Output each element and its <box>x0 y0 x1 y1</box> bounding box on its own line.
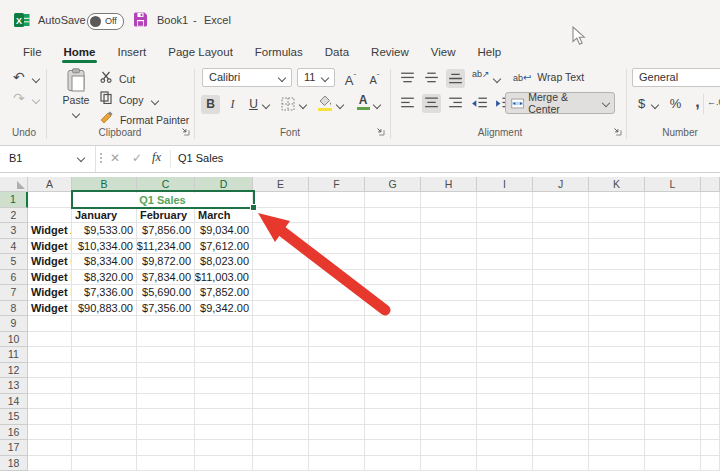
format-painter-button[interactable]: Format Painter <box>100 111 189 126</box>
cell-C4[interactable]: $11,234.00 <box>137 239 195 255</box>
font-color-button[interactable]: A <box>356 94 370 110</box>
cell-J12[interactable] <box>533 363 589 379</box>
align-left-icon[interactable] <box>398 94 417 113</box>
cell-D10[interactable] <box>195 332 253 348</box>
cell-E14[interactable] <box>253 394 309 410</box>
cell-D3[interactable]: $9,034.00 <box>195 223 253 239</box>
number-format-select[interactable]: General <box>632 68 720 87</box>
align-right-icon[interactable] <box>446 94 465 113</box>
cell-C11[interactable] <box>137 347 195 363</box>
cell-E12[interactable] <box>253 363 309 379</box>
cell-F8[interactable] <box>309 301 365 317</box>
cell-L7[interactable] <box>645 285 701 301</box>
cell-B10[interactable] <box>72 332 137 348</box>
cell-G1[interactable] <box>365 192 421 208</box>
cell-C14[interactable] <box>137 394 195 410</box>
cell-A2[interactable] <box>28 208 72 224</box>
cell-D13[interactable] <box>195 378 253 394</box>
tab-home[interactable]: Home <box>53 40 107 64</box>
cell-E18[interactable] <box>253 456 309 472</box>
cell-A6[interactable]: Widget D <box>28 270 72 286</box>
cell-C6[interactable]: $7,834.00 <box>137 270 195 286</box>
cell-E7[interactable] <box>253 285 309 301</box>
tab-data[interactable]: Data <box>314 40 360 64</box>
cell-D14[interactable] <box>195 394 253 410</box>
cut-button[interactable]: Cut <box>100 71 135 85</box>
cell-A15[interactable] <box>28 409 72 425</box>
cell-M1[interactable] <box>701 192 720 208</box>
cell-H1[interactable] <box>421 192 477 208</box>
cell-M9[interactable] <box>701 316 720 332</box>
alignment-dialog-launcher[interactable] <box>613 127 622 136</box>
cell-I2[interactable] <box>477 208 533 224</box>
row-header-11[interactable]: 11 <box>0 347 28 363</box>
cell-G16[interactable] <box>365 425 421 441</box>
redo-icon[interactable]: ↷ <box>13 90 25 106</box>
tab-page-layout[interactable]: Page Layout <box>157 40 244 64</box>
cell-D17[interactable] <box>195 440 253 456</box>
cell-E16[interactable] <box>253 425 309 441</box>
row-header-2[interactable]: 2 <box>0 208 28 224</box>
cell-D12[interactable] <box>195 363 253 379</box>
cell-A14[interactable] <box>28 394 72 410</box>
cell-K9[interactable] <box>589 316 645 332</box>
cell-C17[interactable] <box>137 440 195 456</box>
cell-B2[interactable]: January <box>72 208 137 224</box>
cell-A3[interactable]: Widget A <box>28 223 72 239</box>
column-header-I[interactable]: I <box>477 177 533 192</box>
align-center-icon[interactable] <box>422 94 441 113</box>
cell-C15[interactable] <box>137 409 195 425</box>
tab-file[interactable]: File <box>12 40 53 64</box>
cell-C8[interactable]: $7,356.00 <box>137 301 195 317</box>
column-header-C[interactable]: C <box>137 177 195 192</box>
cell-B9[interactable] <box>72 316 137 332</box>
cell-L9[interactable] <box>645 316 701 332</box>
row-header-14[interactable]: 14 <box>0 394 28 410</box>
cell-B11[interactable] <box>72 347 137 363</box>
cell-E8[interactable] <box>253 301 309 317</box>
currency-format-button[interactable]: $ <box>632 94 651 113</box>
cell-K3[interactable] <box>589 223 645 239</box>
cell-K15[interactable] <box>589 409 645 425</box>
cell-I1[interactable] <box>477 192 533 208</box>
cell-M10[interactable] <box>701 332 720 348</box>
formula-content[interactable]: Q1 Sales <box>178 152 223 164</box>
orientation-dropdown-chevron[interactable] <box>493 75 501 83</box>
cell-G6[interactable] <box>365 270 421 286</box>
cell-I17[interactable] <box>477 440 533 456</box>
autosave-toggle[interactable]: Off <box>87 13 124 30</box>
cell-A8[interactable]: Widget F <box>28 301 72 317</box>
cell-K17[interactable] <box>589 440 645 456</box>
cell-F10[interactable] <box>309 332 365 348</box>
cell-C5[interactable]: $9,872.00 <box>137 254 195 270</box>
cell-C18[interactable] <box>137 456 195 472</box>
cell-B3[interactable]: $9,533.00 <box>72 223 137 239</box>
cell-K8[interactable] <box>589 301 645 317</box>
cell-M7[interactable] <box>701 285 720 301</box>
cell-I16[interactable] <box>477 425 533 441</box>
cell-G10[interactable] <box>365 332 421 348</box>
row-header-15[interactable]: 15 <box>0 409 28 425</box>
borders-dropdown-chevron[interactable] <box>299 101 307 109</box>
insert-function-icon[interactable]: fx <box>152 150 161 165</box>
cell-G3[interactable] <box>365 223 421 239</box>
tab-insert[interactable]: Insert <box>106 40 157 64</box>
font-size-select[interactable]: 11 <box>297 68 335 87</box>
cell-A4[interactable]: Widget B <box>28 239 72 255</box>
select-all-corner[interactable] <box>0 177 28 192</box>
cell-H7[interactable] <box>421 285 477 301</box>
cell-J16[interactable] <box>533 425 589 441</box>
cell-B6[interactable]: $8,320.00 <box>72 270 137 286</box>
cell-B13[interactable] <box>72 378 137 394</box>
cell-I3[interactable] <box>477 223 533 239</box>
cell-F5[interactable] <box>309 254 365 270</box>
tab-review[interactable]: Review <box>360 40 420 64</box>
cell-C7[interactable]: $5,690.00 <box>137 285 195 301</box>
cell-L11[interactable] <box>645 347 701 363</box>
undo-icon[interactable]: ↶ <box>13 69 25 85</box>
column-header-E[interactable]: E <box>253 177 309 192</box>
cell-E1[interactable] <box>253 192 309 208</box>
cell-F12[interactable] <box>309 363 365 379</box>
column-header-D[interactable]: D <box>195 177 253 192</box>
cell-J5[interactable] <box>533 254 589 270</box>
